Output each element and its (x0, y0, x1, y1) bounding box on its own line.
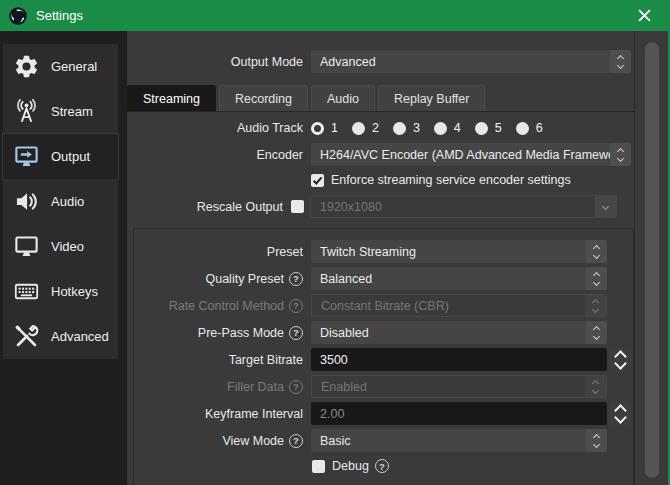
help-icon[interactable]: ? (289, 272, 303, 286)
debug-checkbox[interactable] (312, 460, 325, 473)
prepass-select[interactable]: Disabled (311, 321, 607, 344)
rate-control-row: Rate Control Method ? Constant Bitrate (… (134, 294, 633, 317)
output-mode-select[interactable]: Advanced (311, 50, 631, 73)
view-mode-label: View Mode (222, 434, 284, 448)
audio-track-5[interactable]: 5 (475, 121, 502, 135)
target-bitrate-input[interactable]: 3500 (311, 348, 607, 371)
sidebar-item-video[interactable]: Video (3, 224, 118, 269)
sidebar-item-audio[interactable]: Audio (3, 179, 118, 224)
sidebar-item-general[interactable]: General (3, 44, 118, 89)
keyframe-interval-label: Keyframe Interval (205, 407, 303, 421)
filler-data-select: Enabled (311, 375, 607, 398)
target-bitrate-label: Target Bitrate (229, 353, 303, 367)
audio-track-2[interactable]: 2 (352, 121, 379, 135)
sidebar: General Stream Output (0, 31, 127, 485)
rate-control-label: Rate Control Method (169, 299, 284, 313)
speaker-icon (12, 188, 40, 216)
output-mode-row: Output Mode Advanced (127, 50, 631, 73)
help-icon[interactable]: ? (289, 434, 303, 448)
sidebar-item-stream[interactable]: Stream (3, 89, 118, 134)
obs-logo-icon (8, 6, 28, 26)
audio-track-label: Audio Track (237, 121, 303, 135)
combo-spinner-icon[interactable] (586, 267, 607, 290)
keyframe-interval-input[interactable]: 2.00 (311, 402, 607, 425)
audio-track-1[interactable]: 1 (311, 121, 338, 135)
output-mode-label: Output Mode (231, 55, 303, 69)
close-button[interactable] (624, 0, 664, 31)
tabbar-divider (127, 111, 634, 112)
quality-preset-select[interactable]: Balanced (311, 267, 607, 290)
radio-icon (516, 122, 529, 135)
enforce-row: Enforce streaming service encoder settin… (311, 171, 571, 189)
checkmark-icon (311, 174, 324, 187)
filler-data-row: Filler Data ? Enabled (134, 375, 633, 398)
view-mode-select[interactable]: Basic (311, 429, 607, 452)
encoder-select[interactable]: H264/AVC Encoder (AMD Advanced Media Fra… (311, 143, 631, 166)
radio-selected-icon (311, 122, 324, 135)
help-icon[interactable]: ? (289, 326, 303, 340)
titlebar: Settings (0, 0, 670, 31)
tab-replay-buffer[interactable]: Replay Buffer (378, 85, 486, 111)
filler-data-label: Filler Data (227, 380, 284, 394)
sidebar-item-label: Hotkeys (51, 284, 98, 299)
preset-label: Preset (267, 245, 303, 259)
output-settings-pane: Output Mode Advanced Streaming Recording… (127, 31, 668, 485)
keyframe-interval-row: Keyframe Interval 2.00 (134, 402, 633, 425)
combo-spinner-icon[interactable] (610, 143, 631, 166)
vertical-scrollbar[interactable] (645, 42, 659, 478)
encoder-settings-group: Preset Twitch Streaming Quality Preset ?… (133, 228, 634, 485)
tab-audio[interactable]: Audio (311, 85, 375, 111)
quality-preset-row: Quality Preset ? Balanced (134, 267, 633, 290)
sidebar-item-label: Advanced (51, 329, 109, 344)
prepass-label: Pre-Pass Mode (198, 326, 284, 340)
audio-track-4[interactable]: 4 (434, 121, 461, 135)
combo-spinner-icon[interactable] (610, 50, 631, 73)
rescale-row: Rescale Output 1920x1080 (127, 195, 617, 218)
sidebar-item-hotkeys[interactable]: Hotkeys (3, 269, 118, 314)
quality-preset-label: Quality Preset (205, 272, 284, 286)
rescale-checkbox[interactable] (291, 200, 304, 213)
sidebar-item-advanced[interactable]: Advanced (3, 314, 118, 359)
combo-spinner-icon[interactable] (586, 321, 607, 344)
encoder-row: Encoder H264/AVC Encoder (AMD Advanced M… (127, 143, 631, 166)
chevron-down-icon[interactable] (595, 196, 616, 217)
output-tabs: Streaming Recording Audio Replay Buffer (127, 85, 485, 111)
close-icon (638, 9, 651, 22)
sidebar-item-output[interactable]: Output (3, 134, 118, 179)
audio-track-radios: 1 2 3 4 5 6 (311, 121, 557, 135)
combo-spinner-icon[interactable] (586, 240, 607, 263)
combo-spinner-icon[interactable] (586, 429, 607, 452)
audio-track-row: Audio Track 1 2 3 4 5 6 (127, 118, 557, 138)
combo-spinner-icon (585, 295, 606, 316)
stepper-arrows-icon[interactable] (609, 348, 631, 371)
help-icon[interactable]: ? (375, 459, 389, 473)
broadcast-icon (12, 98, 40, 126)
target-bitrate-row: Target Bitrate 3500 (134, 348, 633, 371)
sidebar-item-label: Video (51, 239, 84, 254)
enforce-label: Enforce streaming service encoder settin… (331, 173, 571, 187)
radio-icon (393, 122, 406, 135)
gear-icon (12, 53, 40, 81)
view-mode-row: View Mode ? Basic (134, 429, 633, 452)
tab-recording[interactable]: Recording (219, 85, 308, 111)
help-icon[interactable]: ? (289, 299, 303, 313)
tools-icon (12, 323, 40, 351)
prepass-row: Pre-Pass Mode ? Disabled (134, 321, 633, 344)
viewport-divider (634, 31, 635, 485)
keyboard-icon (12, 278, 40, 306)
preset-row: Preset Twitch Streaming (134, 240, 633, 263)
audio-track-3[interactable]: 3 (393, 121, 420, 135)
rescale-select[interactable]: 1920x1080 (310, 195, 617, 218)
help-icon[interactable]: ? (289, 380, 303, 394)
audio-track-6[interactable]: 6 (516, 121, 543, 135)
display-arrow-icon (12, 143, 40, 171)
stepper-arrows-icon[interactable] (609, 402, 631, 425)
rescale-label: Rescale Output (197, 200, 283, 214)
combo-spinner-icon (585, 376, 606, 397)
preset-select[interactable]: Twitch Streaming (311, 240, 607, 263)
tab-streaming[interactable]: Streaming (127, 85, 216, 111)
radio-icon (352, 122, 365, 135)
enforce-checkbox[interactable] (311, 174, 324, 187)
window-title: Settings (36, 8, 83, 23)
radio-icon (434, 122, 447, 135)
